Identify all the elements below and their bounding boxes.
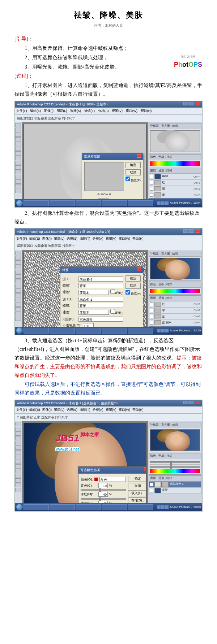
eye-icon[interactable]	[150, 309, 153, 312]
colors-select[interactable]: 红色	[99, 477, 126, 482]
task-item[interactable]	[102, 200, 127, 206]
menu-select[interactable]: 选择(S)	[67, 408, 77, 412]
menu-window[interactable]: 窗口(W)	[119, 237, 131, 240]
tool-icon[interactable]	[15, 464, 21, 469]
tray-icon[interactable]	[165, 329, 169, 332]
start-button[interactable]	[16, 200, 23, 206]
close-icon[interactable]	[195, 229, 200, 233]
tool-icon[interactable]	[15, 137, 21, 142]
tool-icon[interactable]	[15, 455, 21, 459]
dialog-close-icon[interactable]	[144, 467, 146, 471]
menu-help[interactable]: 帮助(H)	[141, 109, 152, 113]
tool-icon[interactable]	[15, 450, 21, 454]
menu-window[interactable]: 窗口(W)	[119, 408, 131, 412]
invert-checkbox[interactable]	[110, 309, 115, 314]
tool-icon[interactable]	[15, 483, 21, 487]
tool-icon[interactable]	[15, 161, 21, 165]
channel-row[interactable]: 红Ctrl+1	[149, 180, 201, 186]
menu-edit[interactable]: 编辑(E)	[30, 109, 41, 113]
minimize-icon[interactable]	[183, 229, 188, 233]
ok-button[interactable]: 确定	[125, 275, 141, 282]
tool-icon[interactable]	[15, 156, 21, 160]
tool-icon[interactable]	[15, 256, 21, 260]
tool-icon[interactable]	[15, 293, 21, 297]
dialog-close-icon[interactable]	[137, 267, 141, 271]
tool-icon[interactable]	[15, 298, 21, 302]
tool-icon[interactable]	[15, 312, 21, 316]
ch1-select[interactable]: 蓝副本	[78, 290, 109, 295]
color-ramp[interactable]	[150, 469, 200, 473]
maximize-icon[interactable]	[189, 229, 194, 233]
ok-button[interactable]: 确定	[128, 476, 147, 482]
tool-icon[interactable]	[15, 165, 21, 170]
preview-checkbox[interactable]	[125, 290, 130, 295]
save-button[interactable]: 存储(S)...	[128, 497, 147, 504]
tray-icon[interactable]	[157, 329, 161, 332]
maximize-icon[interactable]	[189, 401, 194, 404]
magenta-input[interactable]: 40	[98, 492, 108, 497]
close-icon[interactable]	[195, 401, 200, 404]
tool-icon[interactable]	[15, 128, 21, 132]
menu-file[interactable]: 文件(F)	[16, 237, 27, 240]
start-button[interactable]	[16, 327, 23, 334]
ps-toolbox[interactable]	[15, 250, 22, 335]
nav-thumbnail[interactable]	[150, 258, 200, 279]
panel-tabs[interactable]: 图层 | 通道 | 路径	[149, 476, 201, 482]
preview-checkbox[interactable]	[125, 177, 130, 181]
tool-icon[interactable]	[15, 151, 21, 156]
menu-view[interactable]: 视图(V)	[106, 408, 116, 412]
src1-select[interactable]: 未命名-1	[78, 277, 123, 282]
cancel-button[interactable]: 取消	[128, 483, 147, 489]
color-ramp[interactable]	[150, 289, 200, 293]
cancel-button[interactable]: 取消	[125, 283, 141, 289]
menu-edit[interactable]: 编辑(E)	[29, 408, 40, 412]
tool-icon[interactable]	[15, 284, 21, 288]
tool-icon[interactable]	[15, 436, 21, 440]
layer-row[interactable]: 背景	[149, 488, 201, 494]
color-slider[interactable]	[150, 461, 200, 463]
panel-tabs[interactable]: 导航器 | 直方图 | 信息	[149, 123, 201, 129]
tool-icon[interactable]	[15, 474, 21, 478]
ps-canvas[interactable]: JB51 脚本之家 www.jb51.net PhotOPS 可选颜色选项 颜色…	[24, 423, 146, 512]
taskbar[interactable]: Adobe Photosh...22:55	[15, 327, 202, 335]
channel-row[interactable]: 绿Ctrl+2	[149, 308, 201, 314]
task-item[interactable]	[50, 200, 75, 206]
cyan-input[interactable]: -10	[98, 483, 108, 488]
taskbar[interactable]: Adobe Photosh...22:54	[15, 199, 202, 207]
load-button[interactable]: 载入(L)...	[128, 490, 147, 496]
ch2-select[interactable]: 蓝副本	[78, 310, 109, 315]
ps-canvas[interactable]: PhotOPS 高反差保留 ⊖ 100% ⊕ 半径(R):	[24, 124, 146, 208]
cyan-slider[interactable]	[81, 489, 126, 491]
tool-icon[interactable]	[15, 189, 21, 193]
eye-icon[interactable]	[150, 303, 153, 306]
tool-icon[interactable]	[15, 303, 21, 307]
tool-icon[interactable]	[15, 175, 21, 179]
menu-help[interactable]: 帮助(H)	[132, 237, 144, 240]
tool-icon[interactable]	[15, 142, 21, 146]
menu-help[interactable]: 帮助(H)	[132, 408, 144, 412]
menu-edit[interactable]: 编辑(E)	[29, 237, 40, 240]
tool-icon[interactable]	[15, 478, 21, 483]
tool-icon[interactable]	[15, 147, 21, 151]
cancel-button[interactable]: 取消	[125, 169, 141, 175]
panel-tabs[interactable]: 颜色 | 色板 | 样式	[149, 282, 201, 288]
channel-row[interactable]: 绿Ctrl+2	[149, 186, 201, 192]
tool-icon[interactable]	[15, 270, 21, 274]
dialog-close-icon[interactable]	[137, 154, 141, 158]
channel-row[interactable]: 蓝Ctrl+3	[149, 192, 201, 198]
menu-window[interactable]: 窗口(W)	[126, 109, 138, 113]
menu-analysis[interactable]: 分析(A)	[98, 109, 109, 113]
task-item[interactable]	[76, 328, 101, 334]
task-item[interactable]	[102, 328, 127, 334]
channel-row[interactable]: 蓝Ctrl+3	[149, 314, 201, 320]
task-item[interactable]	[128, 504, 153, 510]
eye-icon[interactable]	[150, 315, 153, 318]
tool-icon[interactable]	[15, 488, 21, 492]
eye-icon[interactable]	[150, 321, 153, 325]
minimize-icon[interactable]	[183, 102, 188, 105]
blend-select[interactable]: 实色混合	[78, 317, 123, 322]
panel-tabs[interactable]: 导航器 | 直方图 | 信息	[149, 251, 201, 257]
task-item[interactable]	[50, 504, 75, 510]
task-item[interactable]	[102, 504, 127, 510]
color-ramp[interactable]	[150, 161, 200, 166]
